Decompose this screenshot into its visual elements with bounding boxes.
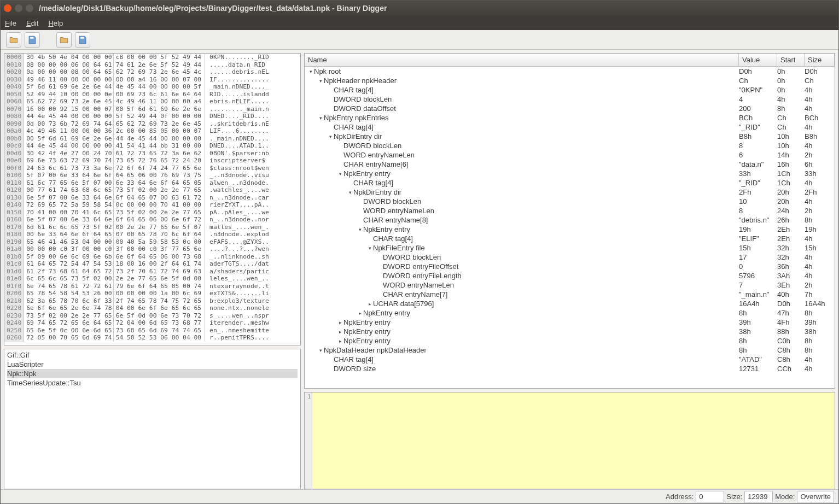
window-title: /media/oleg/Disk1/Backup/home/oleg/Proje… (39, 4, 387, 13)
status-addr-value: 0 (696, 491, 724, 502)
toolbar-save-btn[interactable] (25, 32, 40, 48)
menu-help[interactable]: Help (48, 19, 63, 27)
tree-row[interactable]: DWORD blockLen1732h4h (305, 253, 835, 262)
toolbar-open2-btn[interactable] (56, 32, 72, 48)
tree-row[interactable]: CHAR tag[4]"0KPN"0h4h (305, 85, 835, 95)
plugin-list[interactable]: Gif::GifLuaScripterNpk::NpkTimeSeriesUpd… (4, 349, 301, 489)
hdr-value[interactable]: Value (739, 54, 777, 66)
output-text[interactable] (312, 392, 835, 489)
plugin-item[interactable]: TimeSeriesUpdate::Tsu (7, 378, 298, 388)
tree-row[interactable]: DWORD blockLen44h4h (305, 95, 835, 104)
tree-row[interactable]: WORD entryNameLen73Eh2h (305, 280, 835, 290)
menubar: File Edit Help (1, 16, 838, 30)
statusbar: Address: 0 Size: 12939 Mode: Overwrite (1, 489, 838, 503)
output-panel[interactable]: 1 (304, 392, 835, 489)
struct-tree[interactable]: Name Value Start Size ▾ Npk rootD0h0hD0h… (304, 53, 835, 389)
svg-rect-0 (30, 37, 33, 38)
menu-file[interactable]: File (5, 19, 16, 27)
hex-view[interactable]: 000030 4b 50 4e 04 00 00 00c8 00 00 00 5… (4, 53, 301, 345)
status-mode-value: Overwrite (797, 491, 834, 502)
plugin-item[interactable]: LuaScripter (7, 360, 298, 369)
status-mode-label: Mode: (775, 493, 795, 501)
tree-row[interactable]: DWORD entryFileOffset036h4h (305, 262, 835, 271)
tree-row[interactable]: CHAR entryName[7]"_main.n"40h7h (305, 290, 835, 299)
tree-row[interactable]: DWORD size12731CCh4h (305, 364, 835, 373)
tree-row[interactable]: DWORD blockLen1020h4h (305, 197, 835, 206)
status-addr-label: Address: (666, 493, 694, 501)
tree-row[interactable]: DWORD entryFileLength57963Ah4h (305, 271, 835, 280)
svg-rect-1 (80, 37, 84, 38)
status-size-label: Size: (726, 493, 742, 501)
tree-row[interactable]: ▸ NpkEntry entry8hC0h8h (305, 336, 835, 345)
tree-row[interactable]: DWORD dataOffset2008h4h (305, 104, 835, 113)
tree-row[interactable]: CHAR tag[4]"_RID"1Ch4h (305, 178, 835, 187)
tree-row[interactable]: CHAR entryName[8]"debris.n"26h8h (305, 215, 835, 225)
tree-row[interactable]: ▾ NpkHeader npkHeaderCh0hCh (305, 76, 835, 85)
tree-row[interactable]: ▾ NpkDirEntry dirB8h10hB8h (305, 132, 835, 141)
tree-row[interactable]: ▸ NpkEntry entry8h47h8h (305, 308, 835, 318)
menu-edit[interactable]: Edit (26, 19, 38, 27)
tree-row[interactable]: ▾ NpkEntry npkEntriesBChChBCh (305, 113, 835, 122)
window-close-btn[interactable] (4, 4, 11, 12)
plugin-item[interactable]: Gif::Gif (7, 350, 298, 360)
tree-row[interactable]: ▾ NpkDataHeader npkDataHeader8hC8h8h (305, 345, 835, 355)
tree-row[interactable]: CHAR tag[4]"_RID"Ch4h (305, 122, 835, 132)
hdr-name[interactable]: Name (305, 54, 739, 66)
tree-row[interactable]: ▸ NpkEntry entry39h4Fh39h (305, 318, 835, 327)
tree-row[interactable]: CHAR tag[4]"ELIF"2Eh4h (305, 234, 835, 243)
tree-row[interactable]: ▸ UCHAR data[5796]16A4hD0h16A4h (305, 299, 835, 308)
tree-row[interactable]: ▸ NpkEntry entry38h88h38h (305, 327, 835, 336)
toolbar (1, 30, 838, 50)
plugin-item[interactable]: Npk::Npk (7, 369, 298, 378)
output-gutter: 1 (305, 392, 312, 489)
tree-row[interactable]: ▾ NpkDirEntry dir2Fh20h2Fh (305, 187, 835, 197)
hdr-size[interactable]: Size (805, 54, 835, 66)
tree-row[interactable]: WORD entryNameLen614h2h (305, 150, 835, 160)
tree-row[interactable]: ▾ NpkEntry entry33h1Ch33h (305, 169, 835, 178)
status-size-value: 12939 (744, 491, 773, 502)
toolbar-save2-btn[interactable] (75, 32, 90, 48)
titlebar: /media/oleg/Disk1/Backup/home/oleg/Proje… (1, 1, 838, 16)
tree-row[interactable]: ▾ NpkFileEntry file15h32h15h (305, 243, 835, 253)
window-max-btn[interactable] (26, 4, 33, 12)
tree-row[interactable]: CHAR tag[4]"ATAD"C8h4h (305, 355, 835, 364)
window-min-btn[interactable] (15, 4, 22, 12)
tree-row[interactable]: ▾ NpkEntry entry19h2Eh19h (305, 225, 835, 234)
tree-header: Name Value Start Size (305, 54, 835, 67)
tree-row[interactable]: WORD entryNameLen824h2h (305, 206, 835, 215)
toolbar-open-btn[interactable] (6, 32, 21, 48)
tree-row[interactable]: DWORD blockLen810h4h (305, 141, 835, 150)
tree-row[interactable]: ▾ Npk rootD0h0hD0h (305, 67, 835, 76)
tree-row[interactable]: CHAR entryName[6]"data.n"16h6h (305, 160, 835, 169)
hdr-start[interactable]: Start (777, 54, 805, 66)
